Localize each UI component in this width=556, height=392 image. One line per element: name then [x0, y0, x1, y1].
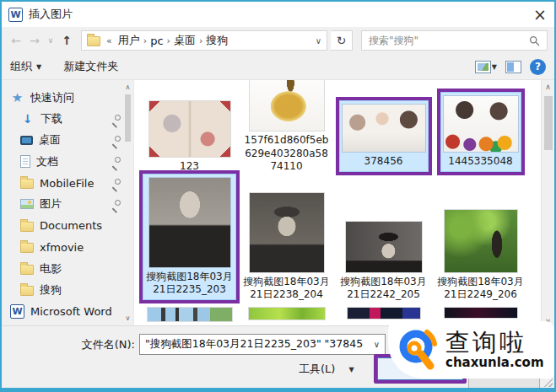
file-item-7[interactable]: 搜狗截图18年03月21日2249_206 [432, 207, 529, 304]
search-icon [529, 35, 540, 46]
filename-combo-chevron-icon[interactable]: ∨ [374, 340, 380, 349]
scroll-up-icon[interactable]: ∧ [545, 80, 551, 91]
watermark-title: 查询啦 [445, 330, 526, 355]
breadcrumb-item-0[interactable]: 用户 [118, 33, 140, 48]
pin-icon [112, 115, 121, 124]
file-name: 1445335048 [448, 155, 512, 169]
back-button[interactable]: ← [8, 34, 24, 47]
title-bar: W 插入图片 × [2, 2, 554, 27]
recent-locations-chevron[interactable]: ∨ [46, 36, 56, 45]
file-thumbnail [445, 308, 517, 318]
sidebar-scrollbar[interactable]: ∧∨ [122, 83, 133, 322]
file-thumbnail [148, 308, 232, 321]
file-thumbnail [445, 210, 517, 272]
scroll-down-icon[interactable]: ∨ [126, 314, 131, 322]
folder-icon [20, 179, 34, 189]
sidebar-item-xfmovie[interactable]: xfmovie [10, 237, 121, 258]
sidebar-item-documents-cn[interactable]: 文档 [10, 151, 121, 172]
sidebar-item-mobilefile[interactable]: MobileFile [10, 172, 121, 193]
help-button[interactable]: ? [530, 59, 546, 75]
sidebar-item-label: 桌面 [39, 132, 61, 148]
sidebar-item-microsoft-word[interactable]: WMicrosoft Word [10, 301, 121, 322]
views-icon [475, 61, 491, 73]
file-thumbnail [348, 308, 420, 319]
sidebar-item-sogou[interactable]: 搜狗 [10, 279, 121, 300]
sidebar-item-label: 快速访问 [30, 90, 74, 105]
file-item-partial-3[interactable] [432, 304, 529, 318]
scroll-up-icon[interactable]: ∧ [126, 83, 131, 91]
breadcrumb-item-3[interactable]: 搜狗 [206, 33, 228, 48]
sidebar-item-documents[interactable]: Documents [10, 215, 121, 236]
file-item-partial-2[interactable] [335, 304, 432, 319]
file-list-area: 123157f61d860f5eb629e403280a587411037845… [133, 80, 554, 325]
organize-caret-icon: ▼ [36, 63, 41, 71]
breadcrumb: 用户›pc›桌面›搜狗 [118, 33, 229, 48]
file-item-4[interactable]: 搜狗截图18年03月21日2235_203 [141, 175, 238, 299]
file-name: 378456 [364, 155, 403, 169]
sidebar-item-label: Microsoft Word [30, 305, 112, 318]
scrollbar-thumb[interactable] [125, 94, 131, 142]
dialog-body: ★快速访问↓下载桌面文档MobileFile图片Documentsxfmovie… [2, 80, 554, 325]
file-selection-box: 搜狗截图18年03月21日2242_205 [337, 218, 429, 304]
preview-pane-icon[interactable] [505, 61, 521, 73]
file-item-1[interactable]: 157f61d860f5eb629e403280a5874110 [238, 80, 335, 176]
file-item-5[interactable]: 搜狗截图18年03月21日2238_204 [238, 190, 335, 304]
filename-value: "搜狗截图18年03月21日2235_203" "37845 [145, 337, 370, 352]
file-item-0[interactable]: 123 [141, 98, 238, 176]
file-thumbnail [346, 222, 422, 272]
sidebar: ★快速访问↓下载桌面文档MobileFile图片Documentsxfmovie… [2, 80, 133, 325]
filename-label: 文件名(N): [49, 337, 135, 352]
file-thumbnail [250, 80, 324, 131]
sidebar-item-pictures[interactable]: 图片 [10, 194, 121, 215]
sidebar-item-label: 文档 [36, 154, 58, 169]
folder-icon [20, 286, 34, 296]
file-item-partial-0[interactable] [141, 304, 238, 321]
sidebar-item-downloads[interactable]: ↓下载 [10, 108, 121, 129]
word-icon: W [10, 304, 24, 319]
resize-grip[interactable] [543, 378, 553, 387]
file-thumbnail [149, 178, 230, 267]
folder-icon [87, 36, 100, 46]
file-selection-box: 搜狗截图18年03月21日2249_206 [435, 207, 526, 304]
organize-button[interactable]: 组织 ▼ [10, 59, 41, 74]
sidebar-item-label: 图片 [40, 196, 62, 212]
watermark: 查询啦 chaxunla.com [388, 321, 554, 379]
word-app-icon: W [8, 8, 23, 22]
folder-icon [20, 265, 34, 275]
forward-button[interactable]: → [27, 34, 42, 47]
filename-combobox[interactable]: "搜狗截图18年03月21日2235_203" "37845 ∨ [139, 334, 386, 355]
sidebar-item-desktop[interactable]: 桌面 [10, 130, 121, 151]
file-item-partial-1[interactable] [238, 304, 335, 320]
sidebar-item-label: Documents [40, 219, 102, 232]
breadcrumb-item-2[interactable]: 桌面 [174, 33, 196, 48]
breadcrumb-separator: › [197, 35, 204, 46]
sidebar-item-label: 搜狗 [40, 282, 62, 298]
up-button[interactable]: ↑ [59, 34, 74, 47]
folder-icon [20, 243, 34, 253]
file-name: 123 [180, 160, 199, 174]
close-button[interactable]: × [526, 2, 554, 27]
refresh-button[interactable]: ↻ [331, 30, 353, 51]
address-bar[interactable]: « 用户›pc›桌面›搜狗 ∨ [81, 30, 327, 51]
file-name: 搜狗截图18年03月21日2249_206 [437, 276, 524, 302]
new-folder-button[interactable]: 新建文件夹 [63, 59, 118, 74]
file-name: 157f61d860f5eb629e403280a5874110 [243, 134, 330, 174]
file-name: 搜狗截图18年03月21日2238_204 [243, 276, 330, 302]
views-button[interactable]: ▼ [475, 61, 497, 73]
sidebar-item-label: MobileFile [40, 177, 94, 190]
search-input[interactable]: 搜索"搜狗" [361, 30, 548, 51]
main-scrollbar[interactable]: ∧ ∨ [541, 80, 554, 325]
file-name: 搜狗截图18年03月21日2235_203 [146, 271, 233, 297]
file-item-2[interactable]: 378456 [335, 101, 432, 171]
sidebar-item-quick-access[interactable]: ★快速访问 [10, 87, 121, 108]
address-dropdown-chevron[interactable]: ∨ [316, 36, 321, 46]
sidebar-item-movies[interactable]: 电影 [10, 258, 121, 279]
file-item-6[interactable]: 搜狗截图18年03月21日2242_205 [335, 218, 432, 304]
scrollbar-thumb[interactable] [544, 96, 553, 150]
file-item-3[interactable]: 1445335048 [432, 93, 529, 171]
pin-icon [112, 136, 121, 145]
download-icon: ↓ [20, 112, 35, 126]
tools-dropdown[interactable]: 工具(L) ▼ [299, 362, 354, 377]
file-thumbnail [249, 308, 325, 320]
breadcrumb-item-1[interactable]: pc [150, 35, 163, 47]
